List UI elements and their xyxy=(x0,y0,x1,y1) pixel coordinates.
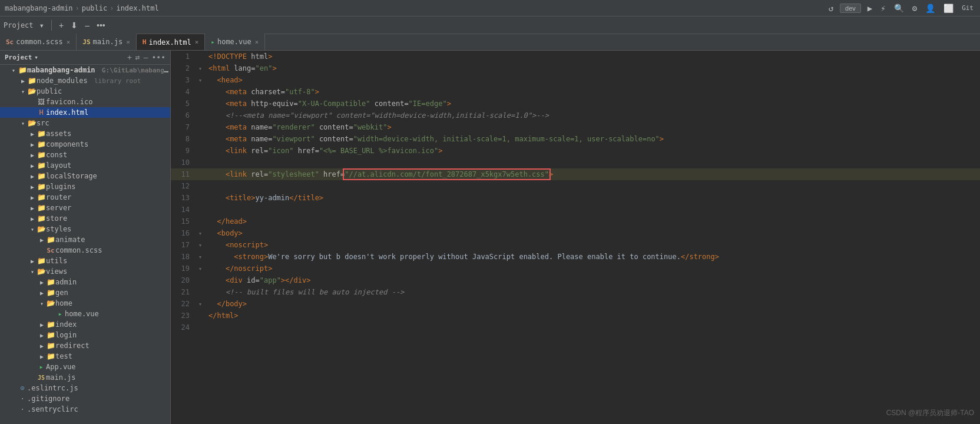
toolbar-add-btn[interactable]: + xyxy=(57,19,66,31)
localstorage-label: localStorage xyxy=(46,172,170,180)
folder-arrow-src: ▾ xyxy=(19,120,27,127)
breadcrumb-file[interactable]: index.html xyxy=(116,4,158,12)
toolbar-project: Project ▾ xyxy=(4,19,47,31)
sidebar-add-icon[interactable]: + xyxy=(127,53,132,62)
sidebar-item-index-html[interactable]: H index.html xyxy=(0,107,170,118)
sidebar-item-favicon[interactable]: 🖼 favicon.ico xyxy=(0,97,170,107)
login-label: login xyxy=(55,331,170,339)
ico-icon: 🖼 xyxy=(37,98,46,106)
folder-icon-index: 📁 xyxy=(46,320,55,329)
window-icon[interactable]: ⬜ xyxy=(942,4,955,13)
folder-arrow-server: ▶ xyxy=(28,205,37,211)
code-line-18: 18 ▾ <strong>We're sorry but b doesn't w… xyxy=(171,251,980,263)
git-icon[interactable]: Git xyxy=(960,4,975,12)
code-line-9: 9 <link rel="icon" href="<%= BASE_URL %>… xyxy=(171,145,980,157)
sidebar-item-login[interactable]: ▶ 📁 login xyxy=(0,330,170,340)
back-icon[interactable]: ↺ xyxy=(827,4,835,13)
breadcrumb-sep2: › xyxy=(110,4,114,12)
sidebar-item-styles[interactable]: ▾ 📂 styles xyxy=(0,224,170,234)
toolbar-sync-btn[interactable]: ⬇ xyxy=(68,19,80,31)
toolbar-separator-1 xyxy=(51,20,52,31)
run-icon[interactable]: ▶ xyxy=(866,4,874,13)
code-line-22: 22 ▾ </body> xyxy=(171,298,980,310)
sidebar-item-node-modules[interactable]: ▶ 📁 node_modules library root xyxy=(0,75,170,86)
sidebar-item-src[interactable]: ▾ 📂 src xyxy=(0,118,170,128)
sidebar-item-common-scss[interactable]: Sc common.scss xyxy=(0,245,170,256)
toolbar-arrow-icon[interactable]: ▾ xyxy=(37,19,47,31)
sidebar-item-main-js[interactable]: JS main.js xyxy=(0,372,170,383)
sidebar-item-server[interactable]: ▶ 📁 server xyxy=(0,203,170,213)
search-icon[interactable]: 🔍 xyxy=(892,4,906,13)
sidebar-item-redirect[interactable]: ▶ 📁 redirect xyxy=(0,340,170,351)
common-scss-label: common.scss xyxy=(55,246,170,254)
folder-arrow-utils: ▶ xyxy=(28,258,37,264)
tab-index-html[interactable]: H index.html × xyxy=(137,34,206,50)
breadcrumb-root[interactable]: mabangbang-admin xyxy=(5,4,73,12)
toolbar-more-btn[interactable]: ••• xyxy=(94,19,108,31)
tab-common-scss[interactable]: Sc common.scss × xyxy=(0,34,77,50)
tree-root[interactable]: ▾ 📁 mabangbang-admin G:\GitLab\mabangban… xyxy=(0,65,170,75)
sidebar-item-layout[interactable]: ▶ 📁 layout xyxy=(0,160,170,171)
src-label: src xyxy=(37,119,170,127)
sidebar-item-home-vue[interactable]: ▸ home.vue xyxy=(0,309,170,319)
sidebar-item-admin[interactable]: ▶ 📁 admin xyxy=(0,277,170,287)
store-label: store xyxy=(46,214,170,223)
tab-home-vue[interactable]: ▸ home.vue × xyxy=(205,34,265,50)
index-label: index xyxy=(55,320,170,329)
sidebar-item-public[interactable]: ▾ 📂 public xyxy=(0,86,170,97)
folder-arrow-home: ▾ xyxy=(38,300,46,307)
build-icon[interactable]: ⚡ xyxy=(879,4,887,13)
html-icon: H xyxy=(143,38,147,46)
sidebar-item-const[interactable]: ▶ 📁 const xyxy=(0,150,170,160)
profile-icon[interactable]: 👤 xyxy=(923,4,937,13)
sidebar-more-icon[interactable]: ••• xyxy=(152,53,165,62)
tab-home-vue-close[interactable]: × xyxy=(255,38,259,46)
sidebar-item-eslintrc[interactable]: ⊙ .eslintrc.js xyxy=(0,383,170,393)
tab-common-scss-close[interactable]: × xyxy=(67,38,71,46)
router-label: router xyxy=(46,193,170,201)
folder-icon-components: 📁 xyxy=(37,140,46,148)
sidebar-item-gen[interactable]: ▶ 📁 gen xyxy=(0,287,170,298)
sidebar-collapse-icon[interactable]: – xyxy=(144,53,148,62)
code-line-11: 11 <link rel="stylesheet" href="//at.ali… xyxy=(171,168,980,180)
settings-icon[interactable]: ⚙ xyxy=(911,4,919,13)
branch-selector[interactable]: dev xyxy=(840,4,861,13)
sidebar-item-components[interactable]: ▶ 📁 components xyxy=(0,139,170,150)
sidebar-item-localstorage[interactable]: ▶ 📁 localStorage xyxy=(0,171,170,181)
sidebar-item-animate[interactable]: ▶ 📁 animate xyxy=(0,234,170,245)
folder-arrow-gen: ▶ xyxy=(38,290,46,296)
sidebar-item-assets[interactable]: ▶ 📁 assets xyxy=(0,128,170,139)
sidebar-item-home[interactable]: ▾ 📂 home xyxy=(0,298,170,309)
favicon-label: favicon.ico xyxy=(46,98,170,106)
dotfile-git-icon: · xyxy=(18,395,27,403)
tab-index-html-close[interactable]: × xyxy=(195,38,199,46)
sidebar-item-gitignore[interactable]: · .gitignore xyxy=(0,393,170,404)
folder-arrow-styles: ▾ xyxy=(28,226,37,233)
tab-home-vue-label: home.vue xyxy=(217,38,251,46)
sidebar: Project ▾ + ⇄ – ••• ▾ 📁 mabangbang-admin… xyxy=(0,51,171,424)
folder-arrow-redirect: ▶ xyxy=(38,343,46,349)
code-line-19: 19 ▾ </noscript> xyxy=(171,263,980,274)
sidebar-item-utils[interactable]: ▶ 📁 utils xyxy=(0,256,170,266)
sidebar-transfer-icon[interactable]: ⇄ xyxy=(135,53,140,62)
code-line-10: 10 xyxy=(171,157,980,168)
sidebar-item-plugins[interactable]: ▶ 📁 plugins xyxy=(0,181,170,192)
dotfile-sentry-icon: · xyxy=(18,405,27,413)
toolbar-minus-btn[interactable]: – xyxy=(82,19,92,31)
sidebar-item-app-vue[interactable]: ▸ App.vue xyxy=(0,362,170,372)
sidebar-item-store[interactable]: ▶ 📁 store xyxy=(0,213,170,224)
sidebar-item-test[interactable]: ▶ 📁 test xyxy=(0,351,170,362)
sidebar-item-views[interactable]: ▾ 📂 views xyxy=(0,266,170,277)
tab-main-js-close[interactable]: × xyxy=(126,38,130,46)
sidebar-item-router[interactable]: ▶ 📁 router xyxy=(0,192,170,203)
tab-main-js[interactable]: JS main.js × xyxy=(77,34,136,50)
sidebar-item-index[interactable]: ▶ 📁 index xyxy=(0,319,170,330)
code-line-15: 15 </head> xyxy=(171,216,980,227)
vue-icon-home: ▸ xyxy=(211,38,215,46)
breadcrumb-public[interactable]: public xyxy=(82,4,107,12)
assets-label: assets xyxy=(46,130,170,138)
eslintrc-label: .eslintrc.js xyxy=(27,384,170,392)
sidebar-project-label: Project xyxy=(5,54,32,61)
code-editor[interactable]: 1 <!DOCTYPE html> 2 ▾ <html lang="en"> 3… xyxy=(171,51,980,424)
sidebar-item-sentryclirc[interactable]: · .sentryclirc xyxy=(0,404,170,415)
